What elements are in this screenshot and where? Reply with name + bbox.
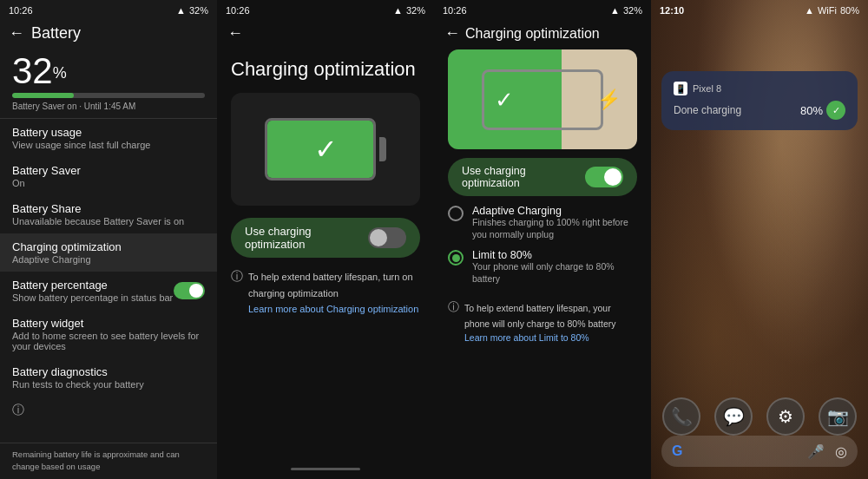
status-icons-p1: ▲ 32% xyxy=(176,5,208,16)
lens-icon[interactable]: ◎ xyxy=(835,443,847,460)
toggle-label-p3: Use charging optimization xyxy=(462,165,585,189)
camera-icon: 📷 xyxy=(827,406,849,427)
info-content-p2: To help extend battery lifespan, turn on… xyxy=(248,268,420,314)
charging-opt-toggle-p3[interactable] xyxy=(585,167,623,187)
signal-icon-p4: ▲ xyxy=(805,5,814,16)
notification-body: Done charging 80% ✓ xyxy=(674,101,845,120)
menu-item-battery-percentage[interactable]: Battery percentage Show battery percenta… xyxy=(0,272,217,310)
phone-icon: 📞 xyxy=(671,406,693,427)
content-p2: Charging optimization ✓ Use charging opt… xyxy=(217,49,434,328)
info-content-p3: To help extend battery lifespan, your ph… xyxy=(464,299,637,343)
notification-card[interactable]: 📱 Pixel 8 Done charging 80% ✓ xyxy=(661,71,858,130)
page-title-p1: Battery xyxy=(31,24,81,43)
dock-camera[interactable]: 📷 xyxy=(819,397,857,436)
wifi-icon-p3: ▲ xyxy=(610,5,620,16)
saver-note: Battery Saver on · Until 1:45 AM xyxy=(12,102,205,111)
battery-bolt-icon: ⚡ xyxy=(597,89,621,111)
charging-optimization-on-panel: 10:26 ▲ 32% ← Charging optimization ✓ ⚡ … xyxy=(434,0,651,479)
battery-pct-text: Battery percentage Show battery percenta… xyxy=(12,279,173,303)
menu-item-charging-optimization[interactable]: Charging optimization Adaptive Charging xyxy=(0,233,217,272)
menu-item-battery-share[interactable]: Battery Share Unavailable because Batter… xyxy=(0,195,217,233)
statusbar-p1: 10:26 ▲ 32% xyxy=(0,0,217,19)
battery-icon-p4: 80% xyxy=(840,5,859,16)
battery-illustration-p2: ✓ xyxy=(231,93,420,206)
statusbar-p3: 10:26 ▲ 32% xyxy=(434,0,651,19)
battery-icon-p3: 32% xyxy=(623,5,642,16)
time-p3: 10:26 xyxy=(443,5,467,16)
header-p1: ← Battery xyxy=(0,19,217,49)
status-icons-p3: ▲ 32% xyxy=(610,5,642,16)
battery-icon-p2: 32% xyxy=(406,5,425,16)
radio-circle-adaptive[interactable] xyxy=(448,206,464,221)
statusbar-p4: 12:10 ▲ WiFi 80% xyxy=(651,0,868,19)
pct-symbol: % xyxy=(53,64,67,82)
battery-percentage-display: 32% Battery Saver on · Until 1:45 AM xyxy=(0,49,217,118)
notif-app-icon: 📱 xyxy=(674,82,687,95)
time-p4: 12:10 xyxy=(660,5,684,16)
battery-check-icon: ✓ xyxy=(314,133,338,166)
menu-item-battery-usage[interactable]: Battery usage View usage since last full… xyxy=(0,119,217,157)
messages-icon: 💬 xyxy=(723,406,745,427)
radio-circle-limit80[interactable] xyxy=(448,250,464,266)
radio-adaptive-charging[interactable]: Adaptive Charging Finishes charging to 1… xyxy=(448,205,637,240)
info-icon-p1: ⓘ xyxy=(0,397,217,423)
info-section-p3: ⓘ To help extend battery lifespan, your … xyxy=(434,294,651,343)
learn-more-link-p3[interactable]: Learn more about Limit to 80% xyxy=(464,332,637,343)
info-icon-p3: ⓘ xyxy=(448,299,459,315)
notif-status: Done charging xyxy=(674,104,741,116)
chrome-icon: ⚙ xyxy=(778,406,793,427)
wifi-icon-p2: ▲ xyxy=(393,5,403,16)
charging-opt-toggle-p2[interactable] xyxy=(368,227,406,248)
content-p4: 12:10 ▲ WiFi 80% 📱 Pixel 8 Done charging… xyxy=(651,0,868,479)
learn-more-link-p2[interactable]: Learn more about Charging optimization xyxy=(248,304,420,314)
mic-icon[interactable]: 🎤 xyxy=(807,443,825,460)
dock-messages[interactable]: 💬 xyxy=(714,397,753,436)
wifi-icon: ▲ xyxy=(176,5,186,16)
info-icon-p2: ⓘ xyxy=(231,269,243,285)
battery-illustration-p3: ✓ ⚡ xyxy=(448,49,637,149)
radio-section-p3: Adaptive Charging Finishes charging to 1… xyxy=(434,205,651,285)
battery-progress-bar xyxy=(12,93,205,98)
dock-chrome[interactable]: ⚙ xyxy=(766,397,805,436)
footer-p1: Remaining battery life is approximate an… xyxy=(0,443,217,479)
back-button-p1[interactable]: ← xyxy=(9,24,24,43)
info-row-p2: ⓘ To help extend battery lifespan, turn … xyxy=(231,268,420,314)
notification-header: 📱 Pixel 8 xyxy=(674,82,845,95)
status-icons-p4: ▲ WiFi 80% xyxy=(805,5,859,16)
info-text-p3: To help extend battery lifespan, your ph… xyxy=(464,303,616,329)
time-p2: 10:26 xyxy=(226,5,250,16)
google-search-bar[interactable]: G 🎤 ◎ xyxy=(661,436,858,467)
menu-item-battery-widget[interactable]: Battery widget Add to home screen to see… xyxy=(0,310,217,358)
time-p1: 10:26 xyxy=(9,5,33,16)
info-text-p2: To help extend battery lifespan, turn on… xyxy=(248,272,413,298)
wifi-icon-p4: WiFi xyxy=(818,5,837,16)
back-button-p3[interactable]: ← xyxy=(444,24,460,43)
home-indicator-p2 xyxy=(291,468,360,470)
charging-opt-title: Charging optimization xyxy=(231,58,420,81)
limit-80-text: Limit to 80% Your phone will only charge… xyxy=(472,249,637,285)
lockscreen-panel: 12:10 ▲ WiFi 80% 📱 Pixel 8 Done charging… xyxy=(651,0,868,479)
battery-tip-p2 xyxy=(379,137,386,161)
battery-icon-large-p2: ✓ xyxy=(265,118,386,180)
adaptive-charging-text: Adaptive Charging Finishes charging to 1… xyxy=(472,205,637,240)
header-p3: ← Charging optimization xyxy=(434,19,651,49)
toggle-row-p2[interactable]: Use charging optimization xyxy=(231,218,420,258)
app-dock: 📞 💬 ⚙ 📷 xyxy=(651,397,868,436)
battery-icon-p1: 32% xyxy=(189,5,208,16)
menu-item-battery-diagnostics[interactable]: Battery diagnostics Run tests to check y… xyxy=(0,358,217,397)
status-icons-p2: ▲ 32% xyxy=(393,5,425,16)
menu-item-battery-saver[interactable]: Battery Saver On xyxy=(0,157,217,195)
header-p2: ← xyxy=(217,19,434,49)
notif-percentage: 80% ✓ xyxy=(800,101,845,120)
toggle-label-p2: Use charging optimization xyxy=(245,225,368,251)
radio-limit-80[interactable]: Limit to 80% Your phone will only charge… xyxy=(448,249,637,285)
back-button-p2[interactable]: ← xyxy=(227,24,243,43)
notif-toggle[interactable]: ✓ xyxy=(826,101,845,120)
battery-pct-toggle[interactable] xyxy=(174,282,205,299)
battery-check-icon-p3: ✓ xyxy=(495,86,514,113)
battery-progress-fill xyxy=(12,93,74,98)
dock-phone[interactable]: 📞 xyxy=(662,397,700,436)
toggle-row-p3[interactable]: Use charging optimization xyxy=(448,158,637,196)
charging-opt-title-p3: Charging optimization xyxy=(465,26,600,42)
battery-settings-panel: 10:26 ▲ 32% ← Battery 32% Battery Saver … xyxy=(0,0,217,479)
